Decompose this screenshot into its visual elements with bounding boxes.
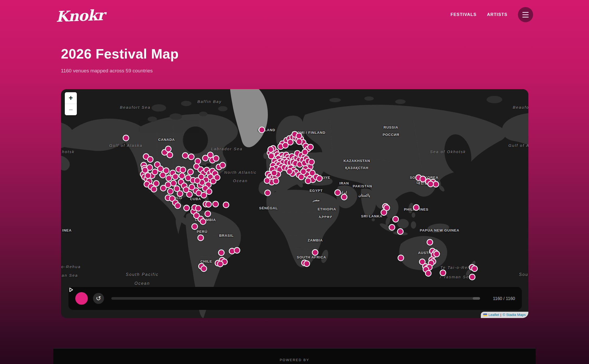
venue-marker[interactable] [305,178,311,184]
venue-marker[interactable] [316,175,323,182]
venue-marker[interactable] [195,205,201,212]
venue-marker[interactable] [204,210,211,217]
venue-marker[interactable] [201,265,207,272]
venue-marker[interactable] [296,138,303,145]
venue-marker[interactable] [234,247,240,253]
venue-marker[interactable] [188,154,195,160]
venue-marker[interactable] [223,202,229,208]
map-label: Sea of Okhotsk [430,149,466,154]
venue-marker[interactable] [175,202,181,209]
venue-marker[interactable] [179,173,185,179]
hamburger-icon [522,12,529,13]
venue-marker[interactable] [273,178,279,184]
zoom-out-button[interactable]: − [65,104,77,115]
venue-marker[interactable] [213,155,219,162]
venue-marker[interactable] [187,169,194,175]
venue-marker[interactable] [219,162,226,168]
attribution-separator: | [500,313,501,317]
venue-marker[interactable] [392,216,399,222]
venue-marker[interactable] [341,194,348,200]
venue-marker[interactable] [268,146,274,153]
venue-marker[interactable] [389,224,395,231]
venue-marker[interactable] [194,177,201,184]
venue-marker[interactable] [191,223,198,230]
venue-marker[interactable] [160,185,166,192]
venue-marker[interactable] [271,170,277,176]
venue-marker[interactable] [183,205,190,211]
venue-marker[interactable] [440,270,446,276]
nav-artists[interactable]: ARTISTS [487,12,507,17]
venue-marker[interactable] [312,249,319,256]
venue-marker[interactable] [153,180,159,187]
venue-marker[interactable] [167,188,174,194]
venue-marker[interactable] [286,168,293,175]
venue-marker[interactable] [218,250,224,256]
map-label: hotsk [62,149,74,154]
venue-marker[interactable] [182,152,188,159]
venue-marker[interactable] [145,172,151,179]
venue-marker[interactable] [147,156,153,163]
map-markers-layer [61,89,528,318]
map-label: CHILE [200,259,212,263]
venue-marker[interactable] [200,218,206,225]
venue-marker[interactable] [206,188,212,195]
venue-marker[interactable] [212,201,219,207]
venue-marker[interactable] [214,174,220,181]
map-attribution: Leaflet | © Stadia Maps [481,312,528,318]
venue-marker[interactable] [304,260,310,267]
venue-marker[interactable] [186,191,193,198]
venue-marker[interactable] [282,142,288,148]
zoom-in-button[interactable]: + [65,92,77,104]
venue-marker[interactable] [469,274,476,280]
venue-marker[interactable] [300,169,307,175]
map-label: CUBA [190,197,201,201]
venue-marker[interactable] [425,270,432,277]
venue-marker[interactable] [397,255,404,261]
venue-marker[interactable] [165,146,172,152]
venue-marker[interactable] [217,261,224,267]
venue-marker[interactable] [259,126,265,133]
festival-map[interactable]: Beaufort SeaBeaufortBaffin BayGulf of Al… [61,89,528,318]
venue-marker[interactable] [180,167,186,173]
slider-thumb[interactable] [473,297,480,300]
map-label: Beaufort Sea [120,105,151,109]
map-label: i-o-Rehua [61,264,81,269]
venue-marker[interactable] [151,186,157,192]
venue-marker[interactable] [205,201,212,207]
venue-marker[interactable] [307,144,314,150]
venue-marker[interactable] [172,173,179,180]
venue-marker[interactable] [334,189,341,196]
venue-marker[interactable] [166,152,173,158]
progress-counter: 1160 / 1160 [489,296,515,301]
venue-marker[interactable] [308,159,315,165]
venue-marker[interactable] [413,204,419,211]
map-label: PAPUA NEW GUINEA [420,228,459,232]
logo[interactable]: Knokr [56,8,105,24]
stadia-maps-link[interactable]: © Stadia Maps [503,313,526,317]
venue-marker[interactable] [434,251,440,257]
venue-marker[interactable] [163,167,169,174]
reset-button[interactable]: ↺ [93,293,104,304]
venue-marker[interactable] [123,135,129,141]
map-zoom-control: + − [65,92,77,115]
map-label: CANADA [158,137,175,141]
venue-marker[interactable] [188,184,195,190]
venue-marker[interactable] [174,186,180,192]
venue-marker[interactable] [471,265,478,272]
leaflet-link[interactable]: Leaflet [488,313,499,317]
venue-marker[interactable] [264,189,271,196]
venue-marker[interactable] [381,209,387,216]
venue-marker[interactable] [302,149,308,155]
venue-marker[interactable] [428,181,434,187]
venue-marker[interactable] [264,177,270,184]
progress-slider[interactable] [111,297,480,300]
menu-button[interactable] [518,7,533,22]
venue-marker[interactable] [426,239,433,246]
play-icon [68,287,74,293]
venue-marker[interactable] [197,235,204,241]
map-label: Gulf of Alaska [109,143,143,147]
play-button[interactable] [75,292,88,305]
venue-marker[interactable] [296,132,302,139]
venue-marker[interactable] [397,228,403,235]
nav-festivals[interactable]: FESTIVALS [451,12,476,17]
